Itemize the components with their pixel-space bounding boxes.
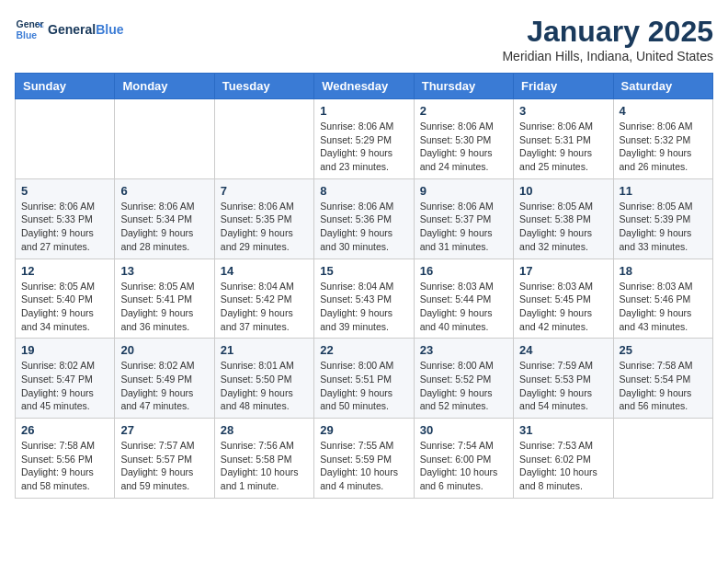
calendar-header-row: SundayMondayTuesdayWednesdayThursdayFrid… [16,74,713,99]
day-info: Sunrise: 7:58 AM Sunset: 5:54 PM Dayligh… [620,359,707,413]
day-number: 10 [519,184,607,198]
calendar-cell: 5Sunrise: 8:06 AM Sunset: 5:33 PM Daylig… [16,178,115,259]
day-number: 12 [21,264,108,278]
calendar-cell: 1Sunrise: 8:06 AM Sunset: 5:29 PM Daylig… [314,99,414,179]
calendar-cell: 22Sunrise: 8:00 AM Sunset: 5:51 PM Dayli… [314,339,414,419]
calendar-cell: 24Sunrise: 7:59 AM Sunset: 5:53 PM Dayli… [514,339,613,419]
calendar-cell: 2Sunrise: 8:06 AM Sunset: 5:30 PM Daylig… [414,99,513,179]
day-header-tuesday: Tuesday [214,74,313,99]
day-number: 3 [519,104,607,118]
day-info: Sunrise: 8:06 AM Sunset: 5:29 PM Dayligh… [320,120,407,174]
day-number: 1 [320,104,407,118]
day-info: Sunrise: 8:02 AM Sunset: 5:49 PM Dayligh… [120,359,208,413]
calendar-cell: 28Sunrise: 7:56 AM Sunset: 5:58 PM Dayli… [214,419,313,499]
day-header-monday: Monday [115,74,214,99]
day-info: Sunrise: 8:06 AM Sunset: 5:37 PM Dayligh… [420,200,507,254]
day-number: 14 [221,264,308,278]
calendar-cell: 16Sunrise: 8:03 AM Sunset: 5:44 PM Dayli… [414,259,513,339]
day-header-sunday: Sunday [16,74,115,99]
day-info: Sunrise: 8:05 AM Sunset: 5:41 PM Dayligh… [120,280,208,334]
svg-text:Blue: Blue [17,30,38,40]
calendar-cell [115,99,214,179]
calendar-cell: 9Sunrise: 8:06 AM Sunset: 5:37 PM Daylig… [414,178,513,259]
calendar-cell: 3Sunrise: 8:06 AM Sunset: 5:31 PM Daylig… [514,99,613,179]
day-info: Sunrise: 8:06 AM Sunset: 5:33 PM Dayligh… [21,200,108,254]
day-number: 6 [120,184,208,198]
logo-icon: General Blue [15,15,44,44]
day-info: Sunrise: 7:58 AM Sunset: 5:56 PM Dayligh… [21,439,108,493]
calendar-cell: 10Sunrise: 8:05 AM Sunset: 5:38 PM Dayli… [514,178,613,259]
day-info: Sunrise: 8:05 AM Sunset: 5:40 PM Dayligh… [21,280,108,334]
calendar-cell [16,99,115,179]
day-header-friday: Friday [514,74,613,99]
calendar-week-row: 1Sunrise: 8:06 AM Sunset: 5:29 PM Daylig… [16,99,713,179]
calendar-cell [613,419,712,499]
logo-text: GeneralBlue [48,22,123,38]
day-info: Sunrise: 7:55 AM Sunset: 5:59 PM Dayligh… [320,439,407,493]
day-info: Sunrise: 8:05 AM Sunset: 5:38 PM Dayligh… [519,200,607,254]
calendar-cell: 25Sunrise: 7:58 AM Sunset: 5:54 PM Dayli… [613,339,712,419]
title-block: January 2025 Meridian Hills, Indiana, Un… [502,15,713,63]
day-number: 29 [320,423,407,437]
day-info: Sunrise: 8:06 AM Sunset: 5:31 PM Dayligh… [519,120,607,174]
day-info: Sunrise: 8:00 AM Sunset: 5:51 PM Dayligh… [320,359,407,413]
location-subtitle: Meridian Hills, Indiana, United States [502,49,713,63]
calendar-cell [214,99,313,179]
day-number: 25 [620,343,707,357]
calendar-cell: 12Sunrise: 8:05 AM Sunset: 5:40 PM Dayli… [16,259,115,339]
day-number: 15 [320,264,407,278]
day-number: 26 [21,423,108,437]
calendar-cell: 4Sunrise: 8:06 AM Sunset: 5:32 PM Daylig… [613,99,712,179]
day-number: 28 [221,423,308,437]
calendar-cell: 21Sunrise: 8:01 AM Sunset: 5:50 PM Dayli… [214,339,313,419]
day-number: 18 [620,264,707,278]
day-number: 27 [120,423,208,437]
day-info: Sunrise: 8:02 AM Sunset: 5:47 PM Dayligh… [21,359,108,413]
day-header-saturday: Saturday [613,74,712,99]
day-number: 9 [420,184,507,198]
day-info: Sunrise: 8:00 AM Sunset: 5:52 PM Dayligh… [420,359,507,413]
calendar-cell: 31Sunrise: 7:53 AM Sunset: 6:02 PM Dayli… [514,419,613,499]
day-number: 16 [420,264,507,278]
calendar-week-row: 12Sunrise: 8:05 AM Sunset: 5:40 PM Dayli… [16,259,713,339]
day-info: Sunrise: 8:03 AM Sunset: 5:44 PM Dayligh… [420,280,507,334]
calendar-cell: 30Sunrise: 7:54 AM Sunset: 6:00 PM Dayli… [414,419,513,499]
day-number: 7 [221,184,308,198]
calendar-cell: 19Sunrise: 8:02 AM Sunset: 5:47 PM Dayli… [16,339,115,419]
day-number: 20 [120,343,208,357]
calendar-cell: 27Sunrise: 7:57 AM Sunset: 5:57 PM Dayli… [115,419,214,499]
day-number: 13 [120,264,208,278]
day-number: 31 [519,423,607,437]
day-info: Sunrise: 8:01 AM Sunset: 5:50 PM Dayligh… [221,359,308,413]
page-header: General Blue GeneralBlue January 2025 Me… [15,15,713,63]
day-number: 23 [420,343,507,357]
day-info: Sunrise: 8:06 AM Sunset: 5:32 PM Dayligh… [620,120,707,174]
calendar-cell: 7Sunrise: 8:06 AM Sunset: 5:35 PM Daylig… [214,178,313,259]
day-info: Sunrise: 8:06 AM Sunset: 5:34 PM Dayligh… [120,200,208,254]
day-info: Sunrise: 7:57 AM Sunset: 5:57 PM Dayligh… [120,439,208,493]
day-info: Sunrise: 8:03 AM Sunset: 5:45 PM Dayligh… [519,280,607,334]
calendar-week-row: 5Sunrise: 8:06 AM Sunset: 5:33 PM Daylig… [16,178,713,259]
logo: General Blue GeneralBlue [15,15,123,44]
day-number: 22 [320,343,407,357]
day-info: Sunrise: 8:04 AM Sunset: 5:42 PM Dayligh… [221,280,308,334]
day-header-thursday: Thursday [414,74,513,99]
day-number: 17 [519,264,607,278]
day-number: 21 [221,343,308,357]
calendar-cell: 17Sunrise: 8:03 AM Sunset: 5:45 PM Dayli… [514,259,613,339]
day-info: Sunrise: 7:59 AM Sunset: 5:53 PM Dayligh… [519,359,607,413]
day-number: 19 [21,343,108,357]
calendar-table: SundayMondayTuesdayWednesdayThursdayFrid… [15,73,713,499]
day-number: 30 [420,423,507,437]
calendar-cell: 20Sunrise: 8:02 AM Sunset: 5:49 PM Dayli… [115,339,214,419]
calendar-cell: 15Sunrise: 8:04 AM Sunset: 5:43 PM Dayli… [314,259,414,339]
calendar-cell: 14Sunrise: 8:04 AM Sunset: 5:42 PM Dayli… [214,259,313,339]
day-info: Sunrise: 8:04 AM Sunset: 5:43 PM Dayligh… [320,280,407,334]
month-title: January 2025 [502,15,713,49]
calendar-cell: 6Sunrise: 8:06 AM Sunset: 5:34 PM Daylig… [115,178,214,259]
calendar-week-row: 19Sunrise: 8:02 AM Sunset: 5:47 PM Dayli… [16,339,713,419]
day-info: Sunrise: 7:53 AM Sunset: 6:02 PM Dayligh… [519,439,607,493]
calendar-cell: 18Sunrise: 8:03 AM Sunset: 5:46 PM Dayli… [613,259,712,339]
day-header-wednesday: Wednesday [314,74,414,99]
day-number: 8 [320,184,407,198]
